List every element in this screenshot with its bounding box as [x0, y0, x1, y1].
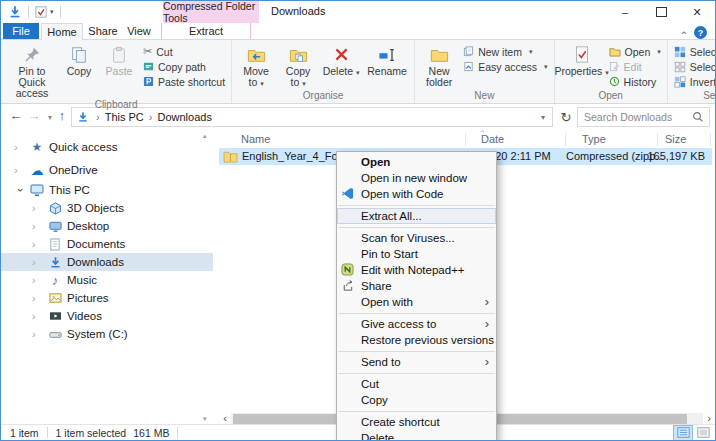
close-button[interactable]: ✕ [679, 1, 715, 23]
expander-chevron-icon[interactable]: › [32, 310, 46, 322]
menu-item-open-with-code[interactable]: Open with Code [337, 186, 496, 202]
maximize-button[interactable] [643, 1, 679, 23]
navigation-pane: › ★ Quick access › ☁ OneDrive › This PC … [1, 130, 213, 426]
expander-chevron-icon[interactable]: › [32, 202, 46, 214]
invert-selection-button[interactable]: Invert selection [671, 74, 716, 89]
downloads-folder-icon [8, 5, 22, 19]
dropdown-caret-icon: ▾ [356, 69, 360, 76]
copy-to-button[interactable]: Copy to▾ [277, 41, 319, 89]
menu-separator [338, 205, 495, 206]
menu-item-give-access-to[interactable]: Give access to › [337, 316, 496, 332]
menu-item-edit-with-notepadpp[interactable]: Edit with Notepad++ [337, 262, 496, 278]
properties-button[interactable]: Properties▾ [558, 41, 606, 78]
details-view-button[interactable] [674, 426, 692, 440]
easy-access-button[interactable]: Easy access ▾ [460, 59, 550, 74]
move-to-button[interactable]: Move to▾ [235, 41, 277, 89]
sidebar-item-pictures[interactable]: › Pictures [1, 289, 213, 307]
minimize-button[interactable]: – [607, 1, 643, 23]
menu-item-send-to[interactable]: Send to › [337, 354, 496, 370]
breadcrumb-downloads[interactable]: Downloads [157, 111, 211, 123]
column-header-type[interactable]: Type [582, 133, 606, 145]
sidebar-item-documents[interactable]: › Documents [1, 235, 213, 253]
tab-view[interactable]: View [123, 23, 155, 40]
menu-item-share[interactable]: Share [337, 278, 496, 294]
search-icon[interactable] [692, 111, 704, 123]
expander-chevron-icon[interactable]: › [14, 164, 28, 176]
sidebar-item-music[interactable]: › ♪ Music [1, 271, 213, 289]
new-folder-button[interactable]: New folder [418, 41, 460, 88]
sidebar-item-quick-access[interactable]: › ★ Quick access [1, 138, 213, 156]
scroll-up-icon[interactable]: ▴ [203, 132, 207, 140]
view-toggle-buttons [674, 426, 712, 440]
group-label-organise: Organise [235, 90, 411, 103]
menu-item-copy[interactable]: Copy [337, 392, 496, 408]
help-icon[interactable]: ? [694, 26, 707, 39]
sidebar-item-this-pc[interactable]: › This PC [1, 181, 213, 199]
menu-item-scan-for-viruses[interactable]: Scan for Viruses... [337, 230, 496, 246]
menu-item-open-in-new-window[interactable]: Open in new window [337, 170, 496, 186]
expander-chevron-icon[interactable]: › [14, 141, 28, 153]
menu-item-restore-previous-versions[interactable]: Restore previous versions [337, 332, 496, 348]
tab-file[interactable]: File [3, 23, 39, 40]
thumbnails-view-button[interactable] [694, 426, 712, 440]
qat-properties-button[interactable] [35, 6, 47, 18]
menu-item-pin-to-start[interactable]: Pin to Start [337, 246, 496, 262]
expander-chevron-icon[interactable]: › [15, 183, 27, 197]
scroll-down-icon[interactable]: ▾ [203, 415, 207, 423]
tab-share[interactable]: Share [85, 23, 121, 40]
sidebar-item-system-c[interactable]: › System (C:) [1, 325, 213, 343]
sidebar-scrollbar[interactable]: ▴ ▾ [201, 131, 212, 425]
copy-button[interactable]: Copy [60, 41, 98, 77]
expander-chevron-icon[interactable]: › [32, 256, 46, 268]
tab-home[interactable]: Home [41, 23, 83, 40]
menu-item-extract-all[interactable]: Extract All... [337, 208, 496, 224]
share-icon [341, 279, 354, 292]
sidebar-item-desktop[interactable]: › Desktop [1, 217, 213, 235]
expander-chevron-icon[interactable]: › [32, 220, 46, 232]
sidebar-item-downloads[interactable]: › Downloads [1, 253, 213, 271]
menu-item-cut[interactable]: Cut [337, 376, 496, 392]
select-none-button[interactable]: Select none [671, 59, 716, 74]
menu-item-open[interactable]: Open [337, 154, 496, 170]
ribbon-controls: › ? [681, 26, 707, 39]
delete-button[interactable]: Delete▾ [319, 41, 363, 78]
history-button[interactable]: History [606, 74, 664, 89]
column-header-size[interactable]: Size [665, 133, 686, 145]
open-button[interactable]: Open ▾ [606, 44, 664, 59]
open-icon [609, 46, 621, 57]
collapse-ribbon-icon[interactable]: › [677, 31, 689, 35]
refresh-button[interactable]: ↻ [557, 107, 575, 127]
menu-item-delete[interactable]: Delete [337, 430, 496, 441]
qat-separator [60, 6, 61, 18]
menu-item-open-with[interactable]: Open with › [337, 294, 496, 310]
edit-button[interactable]: Edit [606, 59, 664, 74]
sidebar-item-3d-objects[interactable]: › 3D Objects [1, 199, 213, 217]
file-size: 165,197 KB [648, 150, 706, 162]
address-dropdown-caret-icon[interactable]: ▾ [534, 113, 552, 122]
details-view-icon [677, 427, 690, 438]
rename-icon [378, 43, 397, 66]
menu-item-create-shortcut[interactable]: Create shortcut [337, 414, 496, 430]
qat-dropdown-caret-icon[interactable]: ▾ [50, 8, 54, 16]
tab-extract[interactable]: Extract [161, 23, 251, 40]
pin-to-quick-access-button[interactable]: Pin to Quick access [4, 41, 60, 99]
move-to-icon [247, 43, 266, 66]
rename-button[interactable]: Rename [363, 41, 411, 77]
breadcrumb-this-pc[interactable]: This PC [105, 111, 144, 123]
new-item-button[interactable]: New item ▾ [460, 44, 550, 59]
copy-path-button[interactable]: Copy path [140, 59, 228, 74]
sidebar-item-videos[interactable]: › Videos [1, 307, 213, 325]
cut-button[interactable]: ✂ Cut [140, 44, 228, 59]
expander-chevron-icon[interactable]: › [32, 274, 46, 286]
pictures-icon [46, 292, 64, 304]
column-header-name[interactable]: Name [241, 133, 270, 145]
expander-chevron-icon[interactable]: › [32, 238, 46, 250]
expander-chevron-icon[interactable]: › [32, 292, 46, 304]
paste-shortcut-button[interactable]: Paste shortcut [140, 74, 228, 89]
column-header-date[interactable]: Date [481, 133, 504, 145]
sidebar-item-onedrive[interactable]: › ☁ OneDrive [1, 161, 213, 179]
select-all-button[interactable]: Select all [671, 44, 716, 59]
paste-button[interactable]: Paste [98, 41, 140, 77]
search-input[interactable] [578, 111, 692, 123]
expander-chevron-icon[interactable]: › [32, 328, 46, 340]
